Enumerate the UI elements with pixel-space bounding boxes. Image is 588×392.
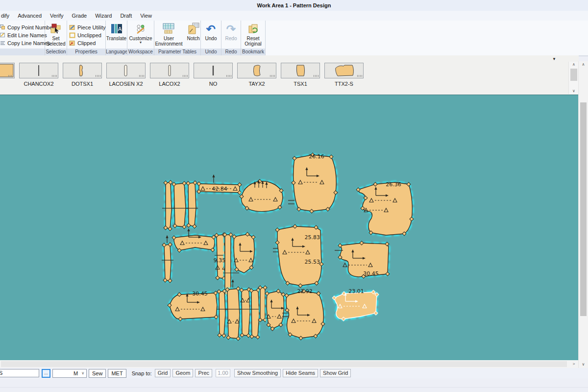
ribbon-group-properties: Piece Utility Unclipped Clipped Properti…	[67, 21, 106, 55]
menu-verify[interactable]: Verify	[50, 13, 64, 19]
tray-piece-lacox2[interactable]: LACOX2	[150, 63, 189, 87]
status-bar: S ... M ∨ Sew MET Snap to: Grid Geom Pre…	[0, 368, 588, 378]
tray-piece-tsx1[interactable]: TSX1	[281, 63, 320, 87]
undo-button[interactable]: ↶ Undo	[204, 22, 218, 49]
menu-advanced[interactable]: Advanced	[18, 13, 42, 19]
redo-button[interactable]: ↷ Redo	[224, 22, 238, 49]
svg-text:22.92: 22.92	[297, 288, 313, 294]
group-label-parameter-tables: Parameter Tables	[154, 49, 200, 55]
snap-geom-button[interactable]: Geom	[172, 369, 193, 377]
thumb-grip-icon	[270, 75, 275, 77]
user-environment-button[interactable]: User Environment	[154, 22, 183, 49]
tray-piece-no[interactable]: NO	[194, 63, 233, 87]
unclipped-button[interactable]: Unclipped	[69, 32, 105, 38]
pattern-piece-bodice-back[interactable]: 22.92	[282, 288, 325, 340]
met-button[interactable]: MET	[108, 369, 126, 378]
vertical-scrollbar[interactable]: ∧ ∨	[578, 61, 588, 368]
redo-icon: ↷	[226, 22, 236, 36]
copy-line-names-icon	[0, 40, 5, 46]
pattern-piece-strip-left-1[interactable]	[162, 180, 174, 231]
pattern-design-window: Work Area 1 - Pattern Design dify Advanc…	[0, 0, 588, 392]
reset-original-button[interactable]: Reset Original	[243, 22, 263, 49]
tray-scroll-down-icon[interactable]: ∨	[569, 88, 579, 94]
piece-utility-button[interactable]: Piece Utility	[69, 24, 105, 30]
scroll-right-icon[interactable]: >	[569, 360, 579, 368]
thumb-grip-icon	[357, 75, 362, 77]
size-select[interactable]: M ∨	[52, 369, 87, 378]
tray-scrollbar-thumb[interactable]	[570, 69, 577, 81]
pattern-piece-side-panel-right[interactable]: 30.45	[335, 241, 390, 278]
pattern-piece-panel-bottom-left[interactable]: 30.45	[168, 291, 218, 321]
snap-grid-button[interactable]: Grid	[155, 369, 171, 377]
tray-scrollbar[interactable]: ∧ ∨	[568, 62, 579, 94]
notch-button[interactable]: Notch	[186, 22, 201, 49]
group-label-bookmark: Bookmark	[241, 49, 265, 55]
precision-input[interactable]: 1.00	[216, 369, 230, 377]
pattern-piece-strip-left-3[interactable]	[186, 181, 198, 228]
clipped-button[interactable]: Clipped	[69, 40, 105, 46]
ribbon-group-quick: Copy Point Numbers Edit Line Names Copy …	[0, 21, 45, 55]
scroll-down-icon[interactable]: ∨	[579, 362, 588, 368]
pattern-piece-strip-bottom-2[interactable]	[225, 279, 241, 341]
tray-dropdown-button[interactable]: ▼	[547, 56, 561, 62]
hide-seams-button[interactable]: Hide Seams	[283, 369, 318, 377]
user-environment-icon	[162, 22, 175, 36]
sew-button[interactable]: Sew	[89, 369, 106, 378]
menu-grade[interactable]: Grade	[72, 13, 87, 19]
horizontal-scrollbar-thumb[interactable]	[1, 361, 567, 367]
piece-tray: Y- CHANCOX2 DOTSX1	[0, 55, 579, 95]
tray-piece-lacosen-x2[interactable]: LACOSEN X2	[106, 63, 146, 87]
pattern-piece-collar-fan[interactable]	[240, 179, 283, 212]
menu-wizard[interactable]: Wizard	[95, 13, 112, 19]
pattern-piece-back-panel[interactable]: 25.8325.53	[273, 224, 323, 288]
footer-divider	[0, 387, 588, 388]
menu-draft[interactable]: Draft	[120, 13, 132, 19]
pattern-piece-strip-left-4[interactable]	[162, 235, 173, 283]
svg-text:42.84: 42.84	[212, 186, 227, 192]
translate-icon: A	[110, 22, 123, 36]
pattern-piece-strip-left-2[interactable]	[172, 181, 188, 229]
pattern-piece-sleeve-right[interactable]: 26.36	[356, 181, 414, 236]
group-label-language: Language	[106, 49, 127, 55]
piece-name-input[interactable]: S	[0, 369, 39, 377]
svg-text:30.45: 30.45	[192, 291, 208, 297]
tray-piece-chancox2[interactable]: CHANCOX2	[19, 63, 58, 87]
pattern-piece-strip-bottom-4[interactable]	[249, 288, 261, 339]
ribbon-group-language: A Translate Language	[106, 21, 127, 55]
pattern-piece-bodice-front[interactable]: 26.16	[288, 153, 338, 213]
notch-icon	[187, 22, 200, 36]
group-label-properties: Properties	[67, 49, 105, 55]
scroll-up-icon[interactable]: ∧	[579, 62, 588, 68]
pattern-piece-cuff-piece[interactable]	[232, 232, 255, 273]
tray-piece-tayx2[interactable]: TAYX2	[237, 63, 276, 87]
size-select-value: M	[74, 370, 78, 376]
pattern-piece-waistband-bar[interactable]: 42.84	[197, 174, 242, 195]
customize-button[interactable]: Customize ▾	[128, 22, 153, 49]
tray-scroll-up-icon[interactable]: ∧	[569, 62, 579, 68]
tray-piece-y[interactable]: Y-	[0, 63, 15, 87]
pattern-pieces-layer[interactable]: 42.8426.1626.369.3525.8325.5330.4530.452…	[0, 95, 579, 361]
show-grid-button[interactable]: Show Grid	[320, 369, 351, 377]
snap-to-label: Snap to:	[132, 370, 152, 376]
horizontal-scrollbar[interactable]: >	[0, 360, 579, 368]
customize-icon	[135, 22, 146, 36]
browse-button[interactable]: ...	[42, 369, 50, 378]
snap-prec-button[interactable]: Prec	[195, 369, 212, 377]
svg-text:25.53: 25.53	[305, 259, 320, 265]
tray-piece-dotsx1[interactable]: DOTSX1	[63, 63, 102, 87]
pattern-piece-panel-selected-white[interactable]: 23.01	[332, 288, 379, 321]
show-smoothing-button[interactable]: Show Smoothing	[234, 369, 281, 377]
undo-icon: ↶	[206, 22, 216, 36]
thumb-grip-icon	[139, 75, 144, 77]
translate-button[interactable]: A Translate	[105, 22, 127, 49]
window-title: Work Area 1 - Pattern Design	[0, 0, 588, 11]
vertical-scrollbar-thumb[interactable]	[580, 102, 587, 316]
menu-modify[interactable]: dify	[1, 13, 9, 19]
tray-piece-ttx2-s[interactable]: TTX2-S	[324, 63, 364, 87]
pattern-piece-cuff-bottom[interactable]	[265, 289, 285, 331]
menu-view[interactable]: View	[140, 13, 152, 19]
work-area-canvas[interactable]: 42.8426.1626.369.3525.8325.5330.4530.452…	[0, 95, 579, 360]
pattern-piece-yoke-band[interactable]	[172, 228, 216, 252]
set-selected-button[interactable]: Set Selected	[46, 22, 67, 49]
unclipped-icon	[69, 32, 75, 38]
